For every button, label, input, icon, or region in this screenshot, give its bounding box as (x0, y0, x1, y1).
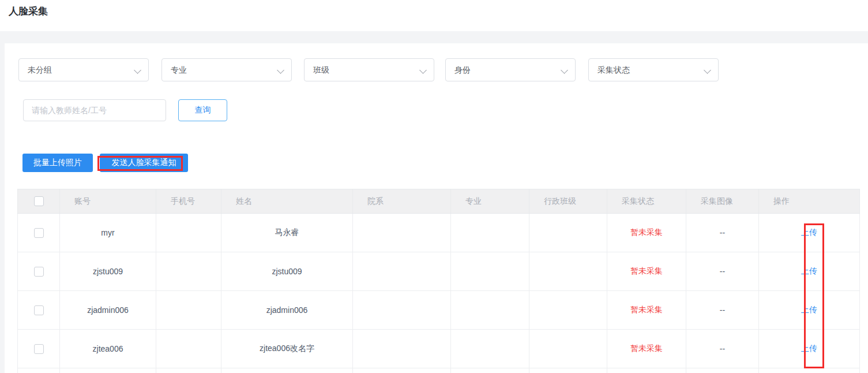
col-header-account: 账号 (60, 189, 156, 214)
collect-status-filter-select[interactable]: 采集状态 (588, 58, 719, 81)
cell-major (451, 214, 529, 252)
cell-account: zjstu009 (60, 252, 156, 291)
cell-admin-class (529, 330, 607, 368)
cell-phone (156, 252, 221, 291)
header-checkbox-cell (18, 189, 60, 214)
collect-status-text: 暂未采集 (630, 266, 663, 275)
chevron-down-icon (277, 66, 284, 74)
cell-department (353, 252, 451, 291)
cell-admin-class (529, 214, 607, 252)
cell-account: myr (60, 214, 156, 252)
group-filter-select[interactable]: 未分组 (18, 58, 149, 81)
cell-name: zjadmin006 (221, 291, 353, 330)
col-header-phone: 手机号 (156, 189, 221, 214)
table-row: zjstu009 zjstu009 暂未采集 -- 上传 (18, 252, 860, 291)
upload-link[interactable]: 上传 (801, 344, 817, 353)
table-row: myr 马永睿 暂未采集 -- 上传 (18, 214, 860, 252)
cell-collect-image: -- (686, 291, 759, 330)
cell-admin-class (529, 291, 607, 330)
cell-name: zjtea006改名字 (221, 330, 353, 368)
table-header-row: 账号 手机号 姓名 院系 专业 行政班级 采集状态 采集图像 操作 (18, 189, 860, 214)
group-filter-value: 未分组 (28, 59, 52, 81)
cell-name: 马永睿 (221, 214, 353, 252)
col-header-collect-image: 采集图像 (686, 189, 759, 214)
cell-department (353, 330, 451, 368)
batch-upload-button[interactable]: 批量上传照片 (22, 154, 93, 172)
chevron-down-icon (134, 66, 141, 74)
col-header-collect-status: 采集状态 (607, 189, 686, 214)
send-face-notice-button[interactable]: 发送人脸采集通知 (100, 154, 188, 172)
col-header-name: 姓名 (221, 189, 353, 214)
identity-filter-value: 身份 (454, 59, 471, 81)
row-checkbox[interactable] (34, 228, 44, 238)
collect-status-text: 暂未采集 (630, 305, 663, 314)
cell-phone (156, 291, 221, 330)
cell-phone (156, 330, 221, 368)
upload-link[interactable]: 上传 (801, 227, 817, 237)
major-filter-value: 专业 (171, 59, 187, 81)
cell-account: zjadmin006 (60, 291, 156, 330)
cell-department (353, 214, 451, 252)
select-all-checkbox[interactable] (34, 196, 44, 206)
cell-collect-image: -- (686, 252, 759, 291)
col-header-operation: 操作 (759, 189, 860, 214)
class-filter-value: 班级 (313, 59, 329, 81)
collect-status-text: 暂未采集 (630, 227, 663, 237)
chevron-down-icon (419, 66, 427, 74)
cell-phone (156, 214, 221, 252)
cell-account: zjtea006 (60, 330, 156, 368)
face-collect-table: 账号 手机号 姓名 院系 专业 行政班级 采集状态 采集图像 操作 myr (17, 189, 860, 373)
cell-collect-image: -- (686, 214, 759, 252)
chevron-down-icon (704, 66, 711, 74)
row-checkbox[interactable] (34, 267, 44, 277)
page-title: 人脸采集 (9, 5, 48, 18)
cell-major (451, 330, 529, 368)
content-card: 未分组 专业 班级 身份 采集状态 查询 批量上传 (5, 43, 868, 373)
chevron-down-icon (561, 66, 568, 74)
identity-filter-select[interactable]: 身份 (445, 58, 576, 81)
cell-collect-image: -- (686, 330, 759, 368)
cell-department (353, 291, 451, 330)
col-header-major: 专业 (451, 189, 529, 214)
page-background: 未分组 专业 班级 身份 采集状态 查询 批量上传 (0, 31, 868, 373)
cell-major (451, 252, 529, 291)
row-checkbox[interactable] (34, 344, 44, 354)
cell-admin-class (529, 252, 607, 291)
table-row-partial (18, 368, 860, 373)
collect-status-text: 暂未采集 (630, 344, 663, 353)
table-row: zjtea006 zjtea006改名字 暂未采集 -- 上传 (18, 330, 860, 368)
upload-link[interactable]: 上传 (801, 305, 817, 314)
table-row: zjadmin006 zjadmin006 暂未采集 -- 上传 (18, 291, 860, 330)
col-header-department: 院系 (353, 189, 451, 214)
upload-link[interactable]: 上传 (801, 266, 817, 275)
collect-status-filter-value: 采集状态 (598, 59, 630, 81)
col-header-admin-class: 行政班级 (529, 189, 607, 214)
cell-name: zjstu009 (221, 252, 353, 291)
major-filter-select[interactable]: 专业 (161, 58, 292, 81)
row-checkbox[interactable] (34, 305, 44, 315)
cell-major (451, 291, 529, 330)
class-filter-select[interactable]: 班级 (304, 58, 434, 81)
face-collect-page: 人脸采集 未分组 专业 班级 身份 采集状态 (0, 0, 868, 373)
teacher-search-input[interactable] (23, 99, 166, 121)
query-button[interactable]: 查询 (178, 99, 227, 121)
